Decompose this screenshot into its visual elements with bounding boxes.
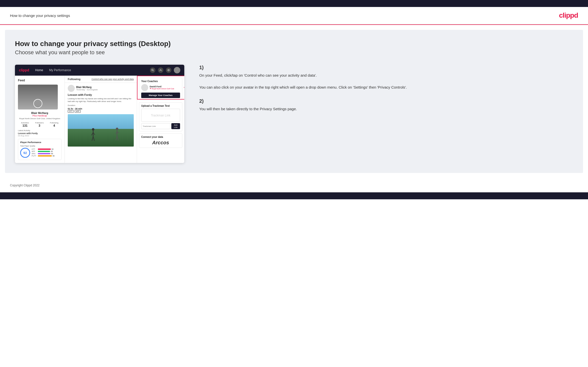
mockup-feed-tab: Feed (18, 79, 62, 82)
mockup-post-author: Blair McHarg (76, 86, 98, 89)
svg-line-14 (116, 136, 117, 140)
mockup-perf-title: Player Performance (20, 141, 59, 144)
main-content: How to change your privacy settings (Des… (5, 30, 583, 173)
header: How to change your privacy settings clip… (0, 7, 588, 24)
mockup-container: clippd Home My Performance (15, 65, 184, 163)
mockup-followers-label: Followers (35, 122, 44, 124)
mockup-tag-ott: OTT (68, 110, 74, 113)
mockup-trackman-placeholder: Trackman Link (151, 114, 170, 117)
mockup-post: Blair McHarg Yesterday · Sunningdale Les… (65, 83, 137, 149)
clippd-logo: clippd (559, 11, 578, 19)
mockup-feed: Following Control who can see your activ… (65, 76, 137, 163)
footer-copyright: Copyright Clippd 2022 (10, 184, 40, 187)
mockup-stat-activities: Activities 131 (21, 122, 29, 127)
mockup-tags: OTT APP (68, 110, 134, 113)
svg-line-1 (153, 71, 154, 71)
svg-line-9 (93, 137, 94, 141)
mockup-profile-banner (18, 85, 58, 109)
svg-line-8 (92, 137, 93, 141)
mockup-profile-avatar (33, 99, 42, 108)
mockup-logo: clippd (19, 68, 29, 72)
footer: Copyright Clippd 2022 (0, 178, 588, 192)
mockup-right-panel: Your Coaches David Ford ⚑ Royal North De… (137, 76, 184, 163)
mockup-latest-date: 03 Aug 2022 (18, 135, 62, 137)
page-heading: How to change your privacy settings (Des… (15, 40, 573, 48)
mockup-post-avatar (68, 85, 75, 92)
mockup-activities-label: Activities (21, 122, 29, 124)
mockup-connect-title: Connect your data (141, 136, 180, 138)
mockup-tag-app: APP (75, 110, 81, 113)
mockup-trackman-box: Trackman Link (141, 109, 180, 122)
mockup-avatar-icon[interactable] (174, 67, 180, 73)
mockup-bar-ott: OTT 90 (32, 148, 59, 150)
mockup-trackman-title: Upload a Trackman Test (141, 105, 180, 107)
mockup-bar-arg: ARG 86 (32, 153, 59, 155)
mockup-trackman-input[interactable] (141, 123, 170, 129)
svg-point-10 (116, 128, 118, 130)
mockup-following-dropdown[interactable]: Following (68, 78, 80, 81)
mockup-following-label: Following (50, 122, 59, 124)
instruction-1-num: 1) (199, 65, 573, 70)
mockup-profile-club: Royal North Devon Golf Club, United King… (18, 117, 62, 120)
mockup-golf-image (68, 114, 134, 147)
mockup-arccos-brand: Arccos (141, 140, 180, 146)
mockup-bar-app: APP 85 (32, 151, 59, 152)
instructions-panel: 1) On your Feed, click/tap on 'Control w… (194, 65, 573, 120)
mockup-user-icon[interactable] (158, 67, 163, 73)
mockup-nav-performance[interactable]: My Performance (49, 68, 71, 72)
instruction-2-text: You will then be taken directly to the P… (199, 106, 573, 112)
mockup-sidebar: Feed Blair McHarg Plus Handicap Royal No… (15, 76, 65, 163)
mockup-feed-header: Following Control who can see your activ… (65, 76, 137, 83)
mockup-control-link[interactable]: Control who can see your activity and da… (91, 78, 134, 80)
mockup-latest-lesson: Lesson with Fordy (18, 132, 62, 135)
mockup-nav-home[interactable]: Home (35, 68, 43, 72)
instruction-2-num: 2) (199, 98, 573, 104)
mockup-player-performance: Player Performance Total Player Quality … (18, 139, 62, 160)
bottom-bar (0, 192, 588, 199)
mockup-search-icon[interactable] (150, 67, 155, 73)
mockup-stats: Activities 131 Followers 3 Following 4 (18, 122, 62, 127)
mockup-add-link-button[interactable]: Add Link (171, 123, 180, 129)
mockup-activities-value: 131 (21, 124, 29, 127)
mockup-quality-label: Total Player Quality (20, 145, 59, 147)
mockup-latest-label: Latest Activity (18, 129, 62, 132)
mockup-profile-name: Blair McHarg (18, 111, 62, 114)
mockup-golfer-2 (115, 127, 119, 141)
page-subheading: Choose what you want people to see (15, 49, 573, 56)
mockup-golfer-1 (91, 128, 95, 142)
mockup-manage-coaches-button[interactable]: Manage Your Coaches (141, 93, 180, 98)
svg-point-4 (92, 128, 94, 131)
top-bar (0, 0, 588, 7)
mockup-coach-row: David Ford ⚑ Royal North Devon Golf Club (141, 84, 180, 91)
mockup-coaches-panel: Your Coaches David Ford ⚑ Royal North De… (139, 78, 182, 100)
mockup-coach-club: ⚑ Royal North Devon Golf Club (150, 88, 174, 90)
mockup-bar-putt: PUTT 96 (32, 155, 59, 157)
mockup-following-value: 4 (50, 124, 59, 127)
mockup-duration-label: Duration (68, 104, 134, 106)
svg-point-0 (152, 69, 153, 71)
mockup-profile-subtitle: Plus Handicap (18, 114, 62, 117)
mockup-trackman-input-row: Add Link (141, 123, 180, 129)
mockup-post-title: Lesson with Fordy (68, 93, 134, 96)
header-title: How to change your privacy settings (10, 13, 70, 18)
mockup-nav: clippd Home My Performance (15, 65, 184, 76)
mockup-coach-avatar (141, 84, 148, 91)
instruction-1: 1) On your Feed, click/tap on 'Control w… (199, 65, 573, 90)
mockup-coach-name: David Ford (150, 85, 174, 88)
mockup-duration-value: 01 hr : 30 min (68, 107, 134, 110)
mockup-globe-icon[interactable] (166, 67, 171, 73)
mockup-red-line (184, 87, 184, 88)
mockup-stat-followers: Followers 3 (35, 122, 44, 127)
mockup-followers-value: 3 (35, 124, 44, 127)
mockup-trackman-panel: Upload a Trackman Test Trackman Link Add… (139, 102, 182, 131)
mockup-quality-score: 92 (20, 148, 30, 158)
mockup-coaches-title: Your Coaches (141, 80, 180, 83)
mockup-nav-icons (150, 67, 180, 73)
instruction-2: 2) You will then be taken directly to th… (199, 98, 573, 112)
mockup-post-header: Blair McHarg Yesterday · Sunningdale (68, 85, 134, 92)
mockup-connect-panel: Connect your data Arccos (139, 133, 182, 148)
mockup-quality-row: 92 OTT 90 APP 85 (20, 148, 59, 158)
svg-point-2 (160, 69, 161, 70)
mockup-bars: OTT 90 APP 85 ARG (32, 148, 59, 157)
svg-line-15 (117, 136, 118, 140)
